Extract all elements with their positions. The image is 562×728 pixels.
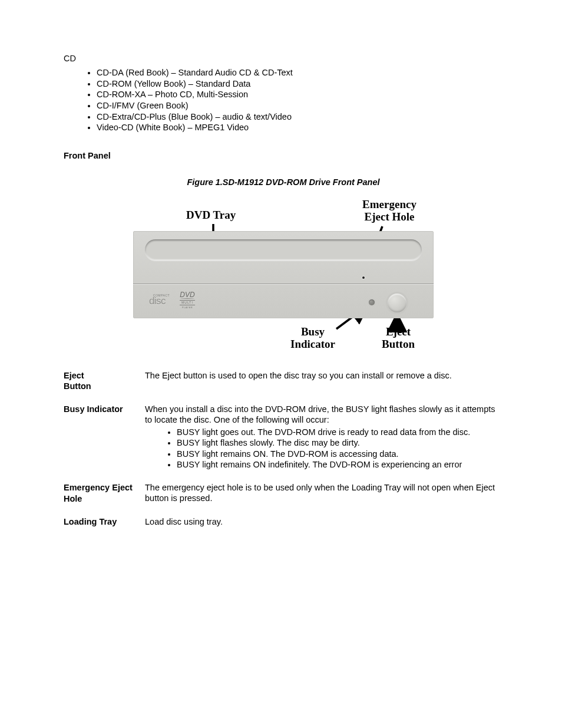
- logo-player-text: PLAYER: [182, 306, 193, 309]
- definition-row: Eject Button The Eject button is used to…: [64, 370, 503, 393]
- definition-row: Emergency Eject Hole The emergency eject…: [64, 482, 503, 505]
- definition-body: The emergency eject hole is to be used o…: [145, 482, 503, 503]
- logo-disc-text: disc: [149, 296, 166, 306]
- front-panel-figure: DVD Tray Emergency Eject Hole Busy Indic…: [133, 197, 434, 353]
- list-item: CD-ROM (Yellow Book) – Standard Data: [97, 78, 503, 89]
- definition-text: When you install a disc into the DVD-ROM…: [145, 404, 495, 424]
- definitions-table: Eject Button The Eject button is used to…: [64, 370, 503, 528]
- list-item: CD-DA (Red Book) – Standard Audio CD & C…: [97, 67, 503, 78]
- list-item: CD-I/FMV (Green Book): [97, 100, 503, 111]
- label-busy-indicator: Busy Indicator: [286, 325, 339, 351]
- busy-indicator-icon: [369, 299, 375, 305]
- divider: [133, 284, 434, 285]
- logo-multi-text: MULTI: [180, 300, 195, 305]
- label-dvd-tray: DVD Tray: [186, 209, 236, 221]
- definition-text: The emergency eject hole is to be used o…: [145, 483, 495, 503]
- definition-text: The Eject button is used to open the dis…: [145, 371, 452, 380]
- logo-dvd-text: DVD: [180, 291, 194, 298]
- dvd-tray-icon: [145, 239, 422, 261]
- front-panel-heading: Front Panel: [64, 150, 503, 161]
- definition-text: Load disc using tray.: [145, 517, 223, 526]
- eject-button-icon: [388, 294, 406, 312]
- figure-caption: Figure 1.SD-M1912 DVD-ROM Drive Front Pa…: [64, 177, 503, 187]
- definition-term: Busy Indicator: [64, 404, 145, 415]
- definition-row: Loading Tray Load disc using tray.: [64, 516, 503, 528]
- dvd-multi-logo-icon: DVD MULTI PLAYER: [176, 291, 199, 309]
- media-logos: COMPACT disc DVD MULTI PLAYER: [144, 291, 199, 309]
- definition-body: When you install a disc into the DVD-ROM…: [145, 404, 503, 470]
- list-item: BUSY light remains ON indefinitely. The …: [177, 459, 503, 470]
- list-item: BUSY light goes out. The DVD-ROM drive i…: [177, 427, 503, 437]
- list-item: BUSY light flashes slowly. The disc may …: [177, 437, 503, 448]
- cd-format-list: CD-DA (Red Book) – Standard Audio CD & C…: [64, 67, 503, 133]
- compact-disc-logo-icon: COMPACT disc: [144, 292, 171, 308]
- definition-term: Loading Tray: [64, 516, 145, 528]
- definition-body: Load disc using tray.: [145, 516, 503, 527]
- definition-row: Busy Indicator When you install a disc i…: [64, 404, 503, 470]
- label-emergency-eject-hole: Emergency Eject Hole: [351, 198, 428, 223]
- definition-term: Emergency Eject Hole: [64, 482, 145, 505]
- definition-bullets: BUSY light goes out. The DVD-ROM drive i…: [145, 427, 503, 470]
- list-item: CD-ROM-XA – Photo CD, Multi-Session: [97, 89, 503, 100]
- cd-heading: CD: [64, 53, 503, 64]
- list-item: BUSY light remains ON. The DVD-ROM is ac…: [177, 449, 503, 459]
- definition-term: Eject Button: [64, 370, 145, 393]
- emergency-eject-hole-icon: [362, 276, 365, 279]
- list-item: CD-Extra/CD-Plus (Blue Book) – audio & t…: [97, 111, 503, 122]
- label-eject-button: Eject Button: [375, 325, 422, 351]
- list-item: Video-CD (White Book) – MPEG1 Video: [97, 122, 503, 133]
- definition-body: The Eject button is used to open the dis…: [145, 370, 503, 381]
